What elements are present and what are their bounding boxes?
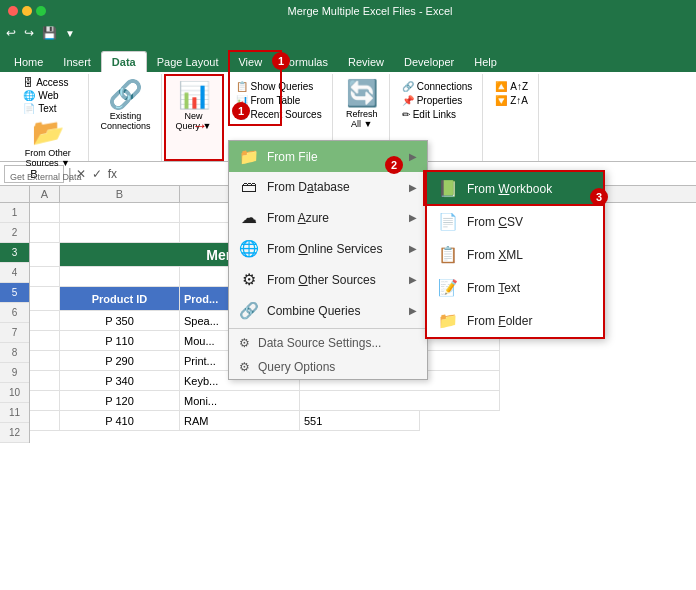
confirm-formula-icon[interactable]: ✓ bbox=[92, 167, 102, 181]
sort-za-label: Z↑A bbox=[510, 95, 528, 106]
cell-b8[interactable]: P 290 bbox=[60, 351, 180, 371]
refresh-all-button[interactable]: 🔄 RefreshAll ▼ bbox=[342, 76, 382, 131]
from-folder-icon: 📁 bbox=[437, 311, 459, 330]
table-row: P 120 Moni... bbox=[30, 391, 696, 411]
connections-button[interactable]: 🔗 Connections bbox=[398, 80, 477, 93]
redo-icon[interactable]: ↪ bbox=[24, 26, 34, 40]
from-database-icon: 🗃 bbox=[239, 178, 259, 196]
tab-insert[interactable]: Insert bbox=[53, 52, 101, 72]
product-id-header[interactable]: Product ID bbox=[60, 287, 180, 311]
tab-review[interactable]: Review bbox=[338, 52, 394, 72]
menu-separator-1 bbox=[229, 328, 427, 329]
annotation-num-1: 1 bbox=[272, 52, 290, 70]
from-file-icon: 📁 bbox=[239, 147, 259, 166]
cell-a1[interactable] bbox=[30, 203, 60, 223]
cell-a5[interactable] bbox=[30, 287, 60, 311]
col-header-b[interactable]: B bbox=[60, 186, 180, 202]
tab-developer[interactable]: Developer bbox=[394, 52, 464, 72]
window-controls[interactable] bbox=[8, 6, 46, 16]
corner-cell bbox=[0, 186, 30, 202]
properties-button[interactable]: 📌 Properties bbox=[398, 94, 477, 107]
tab-data[interactable]: Data bbox=[101, 51, 147, 72]
row-num-11: 11 bbox=[0, 403, 29, 423]
connections-btn-label: Connections bbox=[417, 81, 473, 92]
cell-c10[interactable]: Moni... bbox=[180, 391, 300, 411]
cell-b11[interactable]: P 410 bbox=[60, 411, 180, 431]
from-online-services-menu-item[interactable]: 🌐 From Online Services ▶ bbox=[229, 233, 427, 264]
row-num-7: 7 bbox=[0, 323, 29, 343]
cell-c11[interactable]: RAM bbox=[180, 411, 300, 431]
from-folder-item[interactable]: 📁 From Folder bbox=[427, 304, 603, 337]
cell-a11[interactable] bbox=[30, 411, 60, 431]
edit-links-icon: ✏ bbox=[402, 109, 410, 120]
cell-a3[interactable] bbox=[30, 243, 60, 267]
web-button[interactable]: 🌐 Web bbox=[19, 89, 62, 102]
save-icon[interactable]: 💾 bbox=[42, 26, 57, 40]
recent-sources-label: Recent Sources bbox=[251, 109, 322, 120]
col-header-a[interactable]: A bbox=[30, 186, 60, 202]
cell-b4[interactable] bbox=[60, 267, 180, 287]
minimize-btn[interactable] bbox=[22, 6, 32, 16]
from-text-item[interactable]: 📝 From Text bbox=[427, 271, 603, 304]
from-folder-label: From Folder bbox=[467, 314, 532, 328]
existing-connections-label: ExistingConnections bbox=[101, 111, 151, 131]
cell-b7[interactable]: P 110 bbox=[60, 331, 180, 351]
from-database-menu-item[interactable]: 🗃 From Database ▶ bbox=[229, 172, 427, 202]
row-num-1: 1 bbox=[0, 203, 29, 223]
tab-help[interactable]: Help bbox=[464, 52, 507, 72]
from-workbook-item[interactable]: 📗 From Workbook bbox=[427, 172, 603, 205]
connections-icon: 🔗 bbox=[402, 81, 414, 92]
row-num-4: 4 bbox=[0, 263, 29, 283]
cell-b1[interactable] bbox=[60, 203, 180, 223]
data-source-settings-item[interactable]: ⚙ Data Source Settings... bbox=[229, 331, 427, 355]
cell-b2[interactable] bbox=[60, 223, 180, 243]
cell-b10[interactable]: P 120 bbox=[60, 391, 180, 411]
maximize-btn[interactable] bbox=[36, 6, 46, 16]
cell-a7[interactable] bbox=[30, 331, 60, 351]
existing-connections-button[interactable]: 🔗 ExistingConnections bbox=[97, 76, 155, 133]
tab-home[interactable]: Home bbox=[4, 52, 53, 72]
cell-a4[interactable] bbox=[30, 267, 60, 287]
cell-a6[interactable] bbox=[30, 311, 60, 331]
from-azure-arrow: ▶ bbox=[409, 212, 417, 223]
tab-page-layout[interactable]: Page Layout bbox=[147, 52, 229, 72]
combine-queries-menu-item[interactable]: 🔗 Combine Queries ▶ bbox=[229, 295, 427, 326]
query-options-label: Query Options bbox=[258, 360, 335, 374]
row-num-6: 6 bbox=[0, 303, 29, 323]
annotation-num-3: 3 bbox=[590, 188, 608, 206]
from-file-submenu: 📗 From Workbook 📄 From CSV 📋 From XML 📝 … bbox=[425, 170, 605, 339]
from-csv-item[interactable]: 📄 From CSV bbox=[427, 205, 603, 238]
cell-a8[interactable] bbox=[30, 351, 60, 371]
tab-view[interactable]: View bbox=[228, 52, 272, 72]
cell-b6[interactable]: P 350 bbox=[60, 311, 180, 331]
sort-za-button[interactable]: 🔽 Z↑A bbox=[491, 94, 532, 107]
text-button[interactable]: 📄 Text bbox=[19, 102, 60, 115]
customize-icon[interactable]: ▼ bbox=[65, 28, 75, 39]
cell-d11[interactable]: 551 bbox=[300, 411, 420, 431]
from-xml-label: From XML bbox=[467, 248, 523, 262]
cell-b9[interactable]: P 340 bbox=[60, 371, 180, 391]
row-num-9: 9 bbox=[0, 363, 29, 383]
combine-arrow: ▶ bbox=[409, 305, 417, 316]
show-queries-button[interactable]: 📋 Show Queries bbox=[232, 80, 326, 93]
new-query-icon: 📊 bbox=[178, 80, 210, 111]
edit-links-button[interactable]: ✏ Edit Links bbox=[398, 108, 477, 121]
from-other-sources-button[interactable]: 📂 From OtherSources ▼ bbox=[20, 115, 75, 170]
cell-d10[interactable] bbox=[300, 391, 500, 411]
undo-icon[interactable]: ↩ bbox=[6, 26, 16, 40]
from-online-icon: 🌐 bbox=[239, 239, 259, 258]
sort-az-label: A↑Z bbox=[510, 81, 528, 92]
query-options-item[interactable]: ⚙ Query Options bbox=[229, 355, 427, 379]
cell-a2[interactable] bbox=[30, 223, 60, 243]
cell-a9[interactable] bbox=[30, 371, 60, 391]
new-query-button[interactable]: 📊 NewQuery ▼ bbox=[172, 78, 216, 133]
web-icon: 🌐 bbox=[23, 90, 35, 101]
from-other-sources-menu-item[interactable]: ⚙ From Other Sources ▶ bbox=[229, 264, 427, 295]
close-btn[interactable] bbox=[8, 6, 18, 16]
access-button[interactable]: 🗄 Access bbox=[19, 76, 72, 89]
sort-az-button[interactable]: 🔼 A↑Z bbox=[491, 80, 532, 93]
cell-a10[interactable] bbox=[30, 391, 60, 411]
insert-function-icon[interactable]: fx bbox=[108, 167, 117, 181]
from-azure-menu-item[interactable]: ☁ From Azure ▶ bbox=[229, 202, 427, 233]
from-xml-item[interactable]: 📋 From XML bbox=[427, 238, 603, 271]
